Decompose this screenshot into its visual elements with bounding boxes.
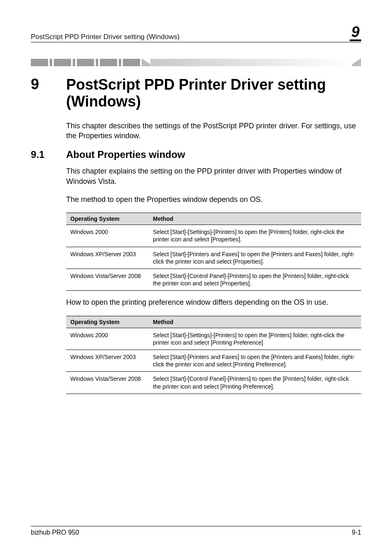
cell-os: Windows XP/Server 2003 — [66, 247, 149, 269]
table-row: Windows 2000 Select [Start]-[Settings]-[… — [66, 225, 361, 247]
section-title: About Properties window — [66, 149, 185, 160]
deco-block — [31, 59, 48, 66]
section-paragraph-1: This chapter explains the setting on the… — [66, 166, 361, 186]
cell-method: Select [Start]-[Settings]-[Printers] to … — [149, 328, 361, 350]
section-heading: 9.1 About Properties window — [31, 149, 361, 160]
chapter-badge: 9 — [350, 25, 361, 41]
table-header-os: Operating System — [66, 213, 149, 225]
table-row: Windows Vista/Server 2008 Select [Start]… — [66, 269, 361, 291]
properties-open-table: Operating System Method Windows 2000 Sel… — [66, 213, 361, 291]
chapter-number: 9 — [31, 76, 66, 93]
cell-method: Select [Start]-[Control Panel]-[Printers… — [149, 269, 361, 291]
table-header-method: Method — [149, 213, 361, 225]
deco-block — [100, 59, 117, 66]
running-header: PostScript PPD Printer Driver setting (W… — [31, 25, 361, 42]
deco-block — [119, 59, 121, 66]
cell-method: Select [Start]-[Settings]-[Printers] to … — [149, 225, 361, 247]
cell-method: Select [Start]-[Control Panel]-[Printers… — [149, 372, 361, 394]
section-paragraph-3: How to open the printing preference wind… — [66, 297, 361, 307]
cell-os: Windows Vista/Server 2008 — [66, 372, 149, 394]
footer-product: bizhub PRO 950 — [31, 529, 79, 536]
deco-block — [123, 59, 140, 66]
section-number: 9.1 — [31, 149, 66, 160]
printing-preference-table: Operating System Method Windows 2000 Sel… — [66, 316, 361, 394]
deco-stripes-right — [353, 59, 361, 66]
deco-block — [96, 59, 98, 66]
deco-block — [77, 59, 94, 66]
chapter-heading: 9 PostScript PPD Printer Driver setting … — [31, 76, 361, 110]
table-header-row: Operating System Method — [66, 213, 361, 225]
chapter-intro: This chapter describes the settings of t… — [66, 121, 361, 141]
table-header-os: Operating System — [66, 316, 149, 328]
section-paragraph-2: The method to open the Properties window… — [66, 195, 361, 204]
table-header-method: Method — [149, 316, 361, 328]
deco-stripes-left — [142, 59, 150, 66]
running-title: PostScript PPD Printer Driver setting (W… — [31, 33, 180, 41]
chapter-title: PostScript PPD Printer Driver setting (W… — [66, 76, 361, 110]
cell-os: Windows XP/Server 2003 — [66, 350, 149, 372]
table-row: Windows Vista/Server 2008 Select [Start]… — [66, 372, 361, 394]
deco-block — [73, 59, 75, 66]
page-footer: bizhub PRO 950 9-1 — [31, 526, 361, 536]
deco-block — [54, 59, 71, 66]
table-row: Windows XP/Server 2003 Select [Start]-[P… — [66, 350, 361, 372]
decorative-bar — [31, 59, 361, 66]
footer-page-number: 9-1 — [352, 529, 361, 536]
cell-method: Select [Start]-[Printers and Faxes] to o… — [149, 247, 361, 269]
deco-block — [50, 59, 52, 66]
cell-os: Windows 2000 — [66, 225, 149, 247]
table-row: Windows XP/Server 2003 Select [Start]-[P… — [66, 247, 361, 269]
cell-os: Windows 2000 — [66, 328, 149, 350]
table-header-row: Operating System Method — [66, 316, 361, 328]
table-row: Windows 2000 Select [Start]-[Settings]-[… — [66, 328, 361, 350]
deco-gradient — [150, 59, 351, 66]
cell-os: Windows Vista/Server 2008 — [66, 269, 149, 291]
cell-method: Select [Start]-[Printers and Faxes] to o… — [149, 350, 361, 372]
